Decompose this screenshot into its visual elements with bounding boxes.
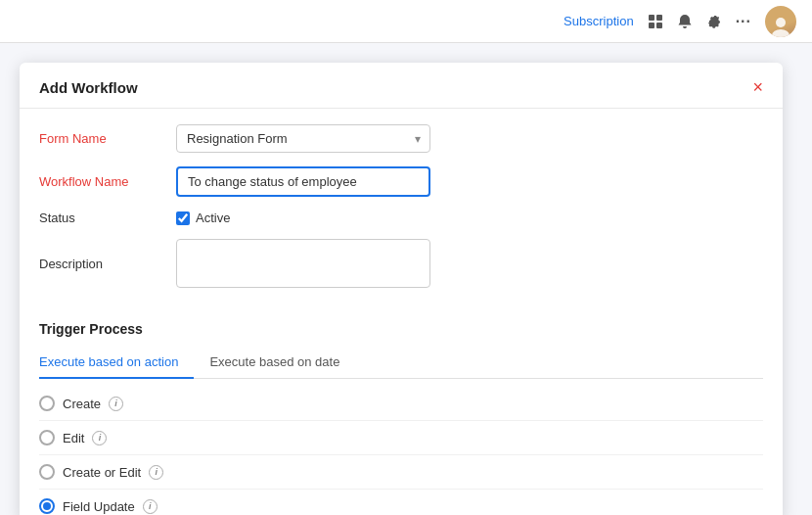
tab-execute-date[interactable]: Execute based on date: [209, 347, 355, 379]
workflow-name-input[interactable]: [176, 166, 430, 197]
topbar: Subscription ···: [0, 0, 812, 43]
option-field-update-label: Field Update: [63, 499, 135, 514]
subscription-link[interactable]: Subscription: [564, 14, 634, 28]
main-area: Add Workflow × Form Name Resignation For…: [0, 43, 812, 515]
svg-rect-2: [649, 23, 654, 28]
tab-execute-action[interactable]: Execute based on action: [39, 347, 194, 379]
svg-point-4: [776, 18, 786, 27]
form-section: Form Name Resignation Form Leave Form Ex…: [20, 109, 783, 317]
info-edit-icon[interactable]: i: [92, 431, 107, 445]
more-icon[interactable]: ···: [736, 13, 751, 30]
info-create-edit-icon[interactable]: i: [149, 465, 163, 480]
description-row: Description: [39, 239, 763, 288]
active-checkbox[interactable]: [176, 211, 190, 225]
trigger-options-list: Create i Edit i Create or Edit i: [39, 379, 763, 515]
workflow-name-row: Workflow Name: [39, 166, 763, 197]
form-name-select-wrapper: Resignation Form Leave Form Expense Form: [176, 124, 430, 153]
trigger-title: Trigger Process: [39, 321, 763, 337]
trigger-tabs: Execute based on action Execute based on…: [39, 347, 763, 379]
info-create-icon[interactable]: i: [109, 397, 123, 411]
gear-icon[interactable]: [706, 14, 722, 29]
option-field-update-row: Field Update i: [39, 490, 763, 515]
description-input[interactable]: [176, 239, 430, 288]
active-label: Active: [196, 211, 230, 225]
add-workflow-dialog: Add Workflow × Form Name Resignation For…: [20, 63, 783, 515]
bell-icon[interactable]: [677, 14, 693, 29]
option-create-edit-row: Create or Edit i: [39, 455, 763, 490]
grid-icon[interactable]: [648, 14, 663, 29]
info-field-update-icon[interactable]: i: [143, 499, 158, 514]
workflow-name-label: Workflow Name: [39, 174, 176, 189]
status-label: Status: [39, 211, 176, 225]
svg-point-5: [772, 29, 789, 37]
option-create-row: Create i: [39, 387, 763, 421]
description-label: Description: [39, 257, 176, 271]
close-button[interactable]: ×: [752, 78, 763, 96]
svg-rect-3: [656, 23, 662, 28]
active-checkbox-row: Active: [176, 211, 230, 225]
option-create-label: Create: [63, 397, 101, 411]
avatar[interactable]: [765, 6, 796, 37]
trigger-section: Trigger Process Execute based on action …: [20, 317, 783, 515]
option-create-edit-label: Create or Edit: [63, 465, 141, 480]
form-name-select[interactable]: Resignation Form Leave Form Expense Form: [176, 124, 430, 153]
radio-create[interactable]: [39, 396, 55, 411]
radio-field-update[interactable]: [39, 498, 55, 514]
dialog-header: Add Workflow ×: [20, 63, 783, 109]
status-row: Status Active: [39, 211, 763, 225]
form-name-row: Form Name Resignation Form Leave Form Ex…: [39, 124, 763, 153]
radio-create-edit[interactable]: [39, 464, 55, 480]
svg-rect-0: [649, 15, 654, 21]
form-name-label: Form Name: [39, 131, 176, 146]
radio-edit[interactable]: [39, 430, 55, 445]
dialog-title: Add Workflow: [39, 79, 138, 96]
option-edit-row: Edit i: [39, 421, 763, 455]
svg-rect-1: [656, 15, 662, 21]
option-edit-label: Edit: [63, 431, 84, 445]
